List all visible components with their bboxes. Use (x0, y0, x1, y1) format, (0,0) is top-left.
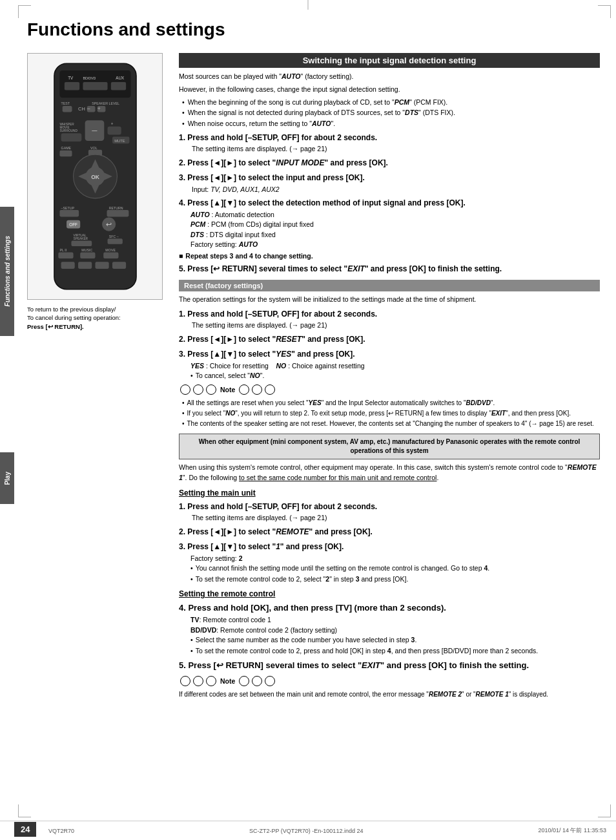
svg-text:OFF: OFF (69, 222, 77, 227)
final-note-text: If different codes are set between the m… (179, 690, 600, 700)
bottom-bar: 24 VQT2R70 SC-ZT2-PP (VQT2R70) -En-10011… (0, 821, 616, 840)
section3-header: When other equipment (mini component sys… (179, 434, 600, 459)
svg-rect-51 (58, 253, 73, 259)
svg-rect-19 (61, 133, 81, 142)
svg-text:TEST: TEST (61, 101, 70, 105)
section3-header-text: When other equipment (mini component sys… (199, 438, 580, 454)
section1-bullet3: When noise occurs, return the setting to… (182, 119, 600, 129)
remote-control-svg: TV BD/DVD AUX TEST SPEAKER LEVEL CH (36, 60, 155, 293)
caption-line3: Press [↩ RETURN]. (27, 322, 169, 331)
svg-rect-49 (107, 238, 122, 244)
final-note-label: Note (220, 677, 235, 685)
page-number: 24 (14, 822, 36, 837)
note-bullet-2: If you select "NO", you will return to s… (182, 409, 600, 418)
note-circle-f2 (193, 676, 203, 686)
svg-text:MOVE: MOVE (105, 248, 116, 252)
note-circle-2 (193, 384, 203, 395)
side-tab-play-label: Play (4, 472, 11, 485)
section1-step2: 2. Press [◄][►] to select "INPUT MODE" a… (179, 158, 600, 169)
svg-text:RETURN: RETURN (108, 206, 123, 210)
svg-text:SPEAKER LEVEL: SPEAKER LEVEL (92, 101, 119, 105)
note-circle-f6 (265, 676, 275, 686)
svg-rect-6 (83, 82, 107, 90)
note-circle-6 (265, 384, 275, 395)
note-circle-1 (180, 384, 190, 395)
page-container: Functions and settings Play Functions an… (0, 0, 616, 840)
note-circle-f4 (239, 676, 249, 686)
note-bullet-1: All the settings are reset when you sele… (182, 399, 600, 408)
section1-step4-subs: AUTO : Automatic detection PCM : PCM (fr… (190, 210, 600, 249)
note-circle-4 (239, 384, 249, 395)
corner-mark-bl (18, 804, 31, 817)
final-note-header: Note (179, 676, 600, 686)
svg-text:OK: OK (91, 174, 100, 180)
svg-text:WHISPER: WHISPER (59, 123, 74, 126)
svg-text:–: – (87, 105, 90, 112)
svg-text:SPEAKER: SPEAKER (73, 237, 88, 240)
sub-heading-main-unit: Setting the main unit (179, 488, 600, 498)
section2-step3-subs: YES : Choice for resetting NO : Choice a… (190, 361, 600, 381)
svg-text:+: + (110, 121, 113, 126)
remote-image-container: TV BD/DVD AUX TEST SPEAKER LEVEL CH (27, 53, 163, 300)
section1-step3: 3. Press [◄][►] to select the input and … (179, 173, 600, 184)
note-bullet-3: The contents of the speaker setting are … (182, 419, 600, 428)
section3-s2-step5: 5. Press [↩ RETURN] several times to sel… (179, 660, 600, 671)
left-column: TV BD/DVD AUX TEST SPEAKER LEVEL CH (27, 53, 169, 701)
svg-text:+: + (97, 105, 100, 112)
section1-bullet2: When the signal is not detected during p… (182, 108, 600, 118)
section3-s1-step1-sub: The setting items are displayed. (→ page… (192, 513, 600, 523)
svg-text:MOVIE: MOVIE (59, 126, 69, 129)
section1-intro1: Most sources can be played with "AUTO" (… (179, 72, 600, 82)
svg-rect-57 (78, 262, 92, 269)
note-circle-f1 (180, 676, 190, 686)
section2-step1: 1. Press and hold [–SETUP, OFF] for abou… (179, 309, 600, 320)
svg-text:TV: TV (68, 76, 74, 80)
svg-rect-53 (80, 253, 95, 259)
note-circle-3 (206, 384, 216, 395)
caption-line2: To cancel during setting operation: (27, 313, 169, 322)
section1-step1: 1. Press and hold [–SETUP, OFF] for abou… (179, 132, 600, 143)
section2-step1-sub: The setting items are displayed. (→ page… (192, 320, 600, 330)
repeat-note: Repeat steps 3 and 4 to change setting. (179, 252, 600, 260)
section3-s1-step3-subs: Factory setting: 2 • You cannot finish t… (190, 554, 600, 585)
section3-s1-step1: 1. Press and hold [–SETUP, OFF] for abou… (179, 501, 600, 512)
svg-text:GAME: GAME (61, 146, 71, 150)
svg-rect-7 (110, 82, 125, 90)
svg-text:AUX: AUX (116, 76, 125, 80)
svg-rect-47 (71, 241, 92, 246)
section1-intro2: However, in the following cases, change … (179, 85, 600, 95)
corner-mark-tl (18, 5, 31, 18)
note-circle-f5 (252, 676, 262, 686)
svg-text:SURROUND: SURROUND (59, 129, 77, 132)
svg-rect-38 (59, 210, 79, 217)
svg-text:VIRTUAL: VIRTUAL (73, 234, 86, 237)
svg-text:MUTE: MUTE (114, 139, 125, 143)
svg-rect-55 (103, 253, 118, 259)
section2-step3: 3. Press [▲][▼] to select "YES" and pres… (179, 349, 600, 360)
svg-rect-59 (112, 262, 125, 269)
note-label: Note (220, 386, 235, 394)
remote-caption: To return to the previous display/ To ca… (27, 305, 169, 331)
corner-mark-tr (598, 5, 611, 18)
svg-rect-5 (64, 82, 79, 90)
svg-rect-10 (62, 106, 72, 112)
svg-text:–: – (92, 125, 98, 135)
two-col-layout: TV BD/DVD AUX TEST SPEAKER LEVEL CH (27, 53, 600, 701)
filename: SC-ZT2-PP (VQT2R70) -En-100112.indd 24 (249, 828, 363, 834)
section1-step5: 5. Press [↩ RETURN] several times to sel… (179, 264, 600, 275)
section3-s1-step2: 2. Press [◄][►] to select "REMOTE" and p… (179, 527, 600, 538)
section3-s1-step3: 3. Press [▲][▼] to select "1" and press … (179, 541, 600, 552)
section3-intro: When using this system's remote control,… (179, 463, 600, 483)
section2-header: Reset (factory settings) (179, 280, 600, 291)
section2-notes: All the settings are reset when you sele… (179, 399, 600, 428)
svg-rect-56 (61, 262, 74, 269)
section2-note-header: Note (179, 384, 600, 395)
page-title: Functions and settings (27, 19, 600, 40)
section2-step2: 2. Press [◄][►] to select "RESET" and pr… (179, 334, 600, 345)
svg-text:PL II: PL II (59, 248, 67, 252)
side-tab-functions-label: Functions and settings (4, 236, 11, 306)
svg-rect-58 (95, 262, 108, 269)
side-tab-functions: Functions and settings (0, 207, 14, 336)
center-mark-top (308, 0, 309, 10)
section1-step4: 4. Press [▲][▼] to select the detection … (179, 198, 600, 209)
